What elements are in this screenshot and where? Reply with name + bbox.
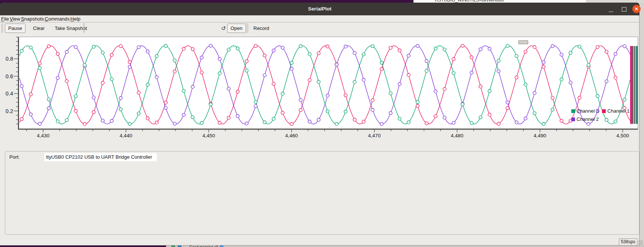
minimize-icon bbox=[609, 12, 613, 12]
pause-button[interactable]: Pause bbox=[5, 24, 25, 33]
legend-swatch bbox=[602, 109, 606, 113]
menubar: File View Snapshots Commands Help bbox=[1, 16, 81, 22]
screen: { "desktop": { "top_right_text": "RSTUDI… bbox=[0, 0, 644, 247]
port-combobox[interactable]: ttyUSB0 CP2102 USB to UART Bridge Contro… bbox=[44, 153, 157, 161]
menubar-divider bbox=[0, 22, 640, 22]
desktop-background-strip bbox=[586, 0, 644, 3]
menu-view[interactable]: View bbox=[9, 16, 21, 22]
legend-item: Channel 1 bbox=[602, 108, 629, 114]
refresh-ports-button[interactable]: ↺ bbox=[219, 24, 228, 33]
close-icon: ✕ bbox=[632, 5, 641, 13]
open-port-button[interactable]: Open bbox=[227, 24, 246, 33]
background-window-text: RSTUDIO_WINUTILS=bin/winutils bbox=[435, 0, 586, 3]
sample-rate-badge: 538sps bbox=[619, 238, 637, 246]
legend-label: Channel 1 bbox=[607, 108, 629, 114]
legend-label: Channel 3 bbox=[577, 108, 599, 114]
minimize-button[interactable] bbox=[606, 3, 616, 15]
legend-item: Channel 2 bbox=[571, 116, 599, 122]
toolbar-drag-handle[interactable] bbox=[1, 23, 3, 33]
plot-pan-scrollbar-thumb[interactable] bbox=[518, 40, 528, 44]
maximize-icon bbox=[622, 7, 626, 12]
port-settings-panel bbox=[5, 151, 640, 235]
refresh-icon: ↺ bbox=[221, 25, 226, 31]
plot-legend-row: Channel 3Channel 1 bbox=[571, 108, 630, 114]
legend-label: Channel 2 bbox=[577, 116, 599, 122]
record-button[interactable]: Record bbox=[250, 24, 272, 33]
menu-snapshots[interactable]: Snapshots bbox=[21, 16, 44, 22]
titlebar: SerialPlot ✕ bbox=[0, 3, 640, 15]
window-title: SerialPlot bbox=[0, 3, 640, 15]
port-label: Port: bbox=[9, 154, 19, 160]
legend-item: Channel 3 bbox=[571, 108, 599, 114]
close-button[interactable]: ✕ bbox=[632, 3, 642, 15]
toolbar-drag-handle[interactable] bbox=[247, 23, 249, 33]
background-window-strip: RSTUDIO_WINUTILS=bin/winutils bbox=[413, 0, 586, 3]
plot-legend-row: Channel 2 bbox=[571, 116, 599, 122]
port-combobox-value: ttyUSB0 CP2102 USB to UART Bridge Contro… bbox=[44, 153, 157, 161]
clear-button[interactable]: Clear bbox=[30, 24, 48, 33]
menu-file[interactable]: File bbox=[1, 16, 9, 22]
menu-commands[interactable]: Commands bbox=[44, 16, 70, 22]
legend-swatch bbox=[571, 118, 575, 121]
menu-help[interactable]: Help bbox=[70, 16, 81, 22]
legend-swatch bbox=[571, 109, 575, 113]
window-resize-grip[interactable] bbox=[638, 240, 643, 245]
toolbar-drag-handle[interactable] bbox=[83, 23, 85, 33]
maximize-button[interactable] bbox=[619, 3, 629, 15]
